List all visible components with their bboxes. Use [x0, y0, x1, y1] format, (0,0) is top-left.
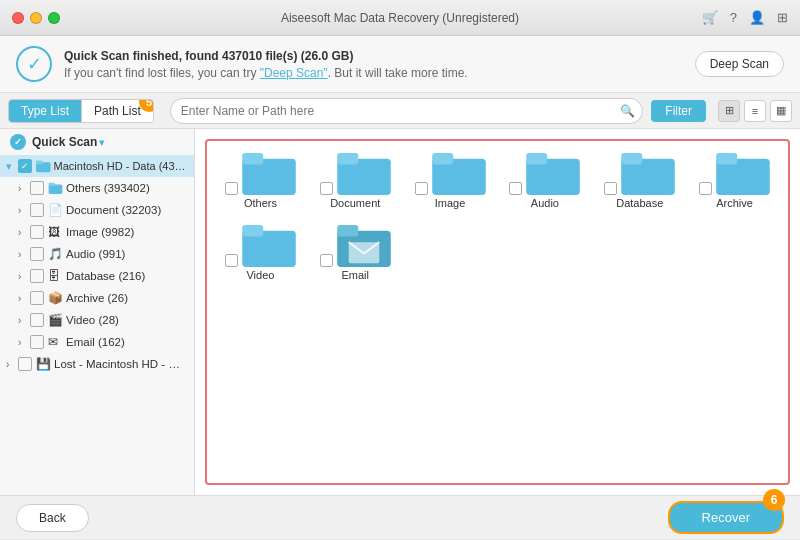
video-checkbox[interactable] — [30, 313, 44, 327]
titlebar: Aiseesoft Mac Data Recovery (Unregistere… — [0, 0, 800, 36]
file-item-video[interactable]: Video — [217, 223, 304, 281]
sidebar-item-database[interactable]: › 🗄 Database (216) — [0, 265, 194, 287]
lost-hdd-icon: 💾 — [36, 357, 50, 371]
database-arrow-icon: › — [18, 271, 30, 282]
file-item-database[interactable]: Database — [596, 151, 683, 209]
document-icon: 📄 — [48, 203, 62, 217]
archive-file-checkbox[interactable] — [699, 182, 712, 195]
others-file-label: Others — [244, 197, 277, 209]
tab-type-list[interactable]: Type List — [9, 100, 81, 122]
document-file-label: Document — [330, 197, 380, 209]
list-view-button[interactable]: ≡ — [744, 100, 766, 122]
filter-button[interactable]: Filter — [651, 100, 706, 122]
close-button[interactable] — [12, 12, 24, 24]
email-folder-big-icon — [337, 223, 391, 267]
document-folder-big-icon — [337, 151, 391, 195]
sidebar-item-video[interactable]: › 🎬 Video (28) — [0, 309, 194, 331]
svg-rect-7 — [337, 153, 358, 164]
macintosh-checkbox[interactable]: ✓ — [18, 159, 32, 173]
file-item-image[interactable]: Image — [407, 151, 494, 209]
step6-badge: 6 — [763, 489, 785, 511]
back-button[interactable]: Back — [16, 504, 89, 532]
sidebar-item-document[interactable]: › 📄 Document (32203) — [0, 199, 194, 221]
database-file-checkbox[interactable] — [604, 182, 617, 195]
maximize-button[interactable] — [48, 12, 60, 24]
sidebar-item-macintosh[interactable]: ▾ ✓ Macintosh HD - Data (437010 — [0, 155, 194, 177]
svg-rect-13 — [621, 153, 642, 164]
email-checkbox[interactable] — [30, 335, 44, 349]
email-file-label: Email — [341, 269, 369, 281]
archive-file-label: Archive — [716, 197, 753, 209]
deep-scan-button[interactable]: Deep Scan — [695, 51, 784, 77]
sidebar-item-audio[interactable]: › 🎵 Audio (991) — [0, 243, 194, 265]
sidebar-item-archive[interactable]: › 📦 Archive (26) — [0, 287, 194, 309]
quick-scan-row[interactable]: ✓ Quick Scan ▾ — [0, 129, 194, 155]
detail-view-button[interactable]: ▦ — [770, 100, 792, 122]
audio-file-checkbox[interactable] — [509, 182, 522, 195]
image-file-checkbox[interactable] — [415, 182, 428, 195]
sidebar-item-image[interactable]: › 🖼 Image (9982) — [0, 221, 194, 243]
file-item-others[interactable]: Others — [217, 151, 304, 209]
email-label: Email (162) — [66, 336, 125, 348]
archive-checkbox[interactable] — [30, 291, 44, 305]
svg-rect-15 — [716, 153, 737, 164]
header: ✓ Quick Scan finished, found 437010 file… — [0, 36, 800, 93]
audio-folder-big-icon — [526, 151, 580, 195]
document-file-checkbox[interactable] — [320, 182, 333, 195]
search-input[interactable] — [170, 98, 644, 124]
audio-arrow-icon: › — [18, 249, 30, 260]
scan-result: Quick Scan finished, found 437010 file(s… — [64, 49, 468, 63]
others-folder-icon — [48, 182, 63, 194]
audio-label: Audio (991) — [66, 248, 125, 260]
image-label: Image (9982) — [66, 226, 134, 238]
sidebar-item-email[interactable]: › ✉ Email (162) — [0, 331, 194, 353]
file-item-archive[interactable]: Archive — [691, 151, 778, 209]
others-checkbox[interactable] — [30, 181, 44, 195]
window-title: Aiseesoft Mac Data Recovery (Unregistere… — [281, 11, 519, 25]
image-folder-big-icon — [432, 151, 486, 195]
document-checkbox[interactable] — [30, 203, 44, 217]
image-checkbox[interactable] — [30, 225, 44, 239]
quick-scan-check-icon: ✓ — [10, 134, 26, 150]
lost-label: Lost - Macintosh HD - Data (0 — [54, 358, 186, 370]
file-item-email[interactable]: Email — [312, 223, 399, 281]
titlebar-icons: 🛒 ? 👤 ⊞ — [702, 10, 788, 25]
others-label: Others (393402) — [66, 182, 150, 194]
file-grid-row1: Others Document — [217, 151, 778, 209]
archive-folder-big-icon — [716, 151, 770, 195]
others-file-checkbox[interactable] — [225, 182, 238, 195]
video-icon: 🎬 — [48, 313, 62, 327]
audio-file-label: Audio — [531, 197, 559, 209]
footer: Back 6 Recover — [0, 495, 800, 539]
lost-checkbox[interactable] — [18, 357, 32, 371]
grid-view-button[interactable]: ⊞ — [718, 100, 740, 122]
email-icon: ✉ — [48, 335, 62, 349]
audio-checkbox[interactable] — [30, 247, 44, 261]
others-arrow-icon: › — [18, 183, 30, 194]
recover-button-wrapper: 6 Recover — [668, 501, 784, 534]
email-file-checkbox[interactable] — [320, 254, 333, 267]
deep-scan-link[interactable]: "Deep Scan" — [260, 66, 328, 80]
view-toggles: ⊞ ≡ ▦ — [718, 100, 792, 122]
scan-hint: If you can't find lost files, you can tr… — [64, 66, 468, 80]
svg-rect-17 — [242, 225, 263, 236]
svg-rect-11 — [527, 153, 548, 164]
sidebar-item-lost[interactable]: › 💾 Lost - Macintosh HD - Data (0 — [0, 353, 194, 375]
archive-arrow-icon: › — [18, 293, 30, 304]
header-text: Quick Scan finished, found 437010 file(s… — [64, 49, 468, 80]
cart-icon[interactable]: 🛒 — [702, 10, 718, 25]
svg-rect-19 — [337, 225, 358, 236]
content-border: Others Document — [205, 139, 790, 485]
user-icon[interactable]: 👤 — [749, 10, 765, 25]
file-item-audio[interactable]: Audio — [502, 151, 589, 209]
sidebar-item-others[interactable]: › Others (393402) — [0, 177, 194, 199]
minimize-button[interactable] — [30, 12, 42, 24]
database-checkbox[interactable] — [30, 269, 44, 283]
question-icon[interactable]: ? — [730, 10, 737, 25]
video-file-checkbox[interactable] — [225, 254, 238, 267]
toolbar: Type List Path List 5 🔍 Filter ⊞ ≡ ▦ — [0, 93, 800, 129]
file-item-document[interactable]: Document — [312, 151, 399, 209]
grid-icon[interactable]: ⊞ — [777, 10, 788, 25]
quick-scan-label: Quick Scan — [32, 135, 97, 149]
video-label: Video (28) — [66, 314, 119, 326]
